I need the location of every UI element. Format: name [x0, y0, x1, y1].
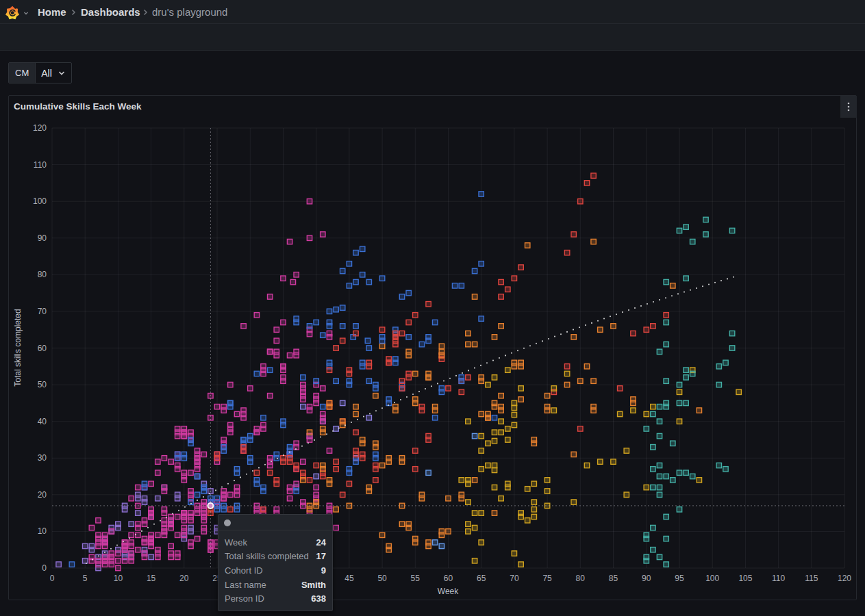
svg-text:70: 70: [38, 307, 47, 316]
svg-text:30: 30: [38, 453, 47, 463]
svg-text:90: 90: [38, 233, 47, 243]
svg-text:40: 40: [38, 417, 47, 426]
svg-text:50: 50: [377, 574, 387, 583]
svg-text:80: 80: [576, 574, 586, 583]
svg-text:75: 75: [542, 574, 552, 583]
svg-text:45: 45: [344, 574, 354, 583]
svg-text:120: 120: [33, 123, 47, 133]
svg-text:95: 95: [675, 574, 684, 583]
svg-text:110: 110: [772, 574, 785, 583]
svg-text:15: 15: [147, 574, 156, 583]
svg-text:115: 115: [805, 574, 818, 583]
svg-text:100: 100: [33, 196, 47, 206]
svg-text:10: 10: [114, 574, 123, 583]
svg-text:20: 20: [38, 490, 47, 500]
svg-text:110: 110: [34, 160, 47, 170]
svg-text:60: 60: [444, 574, 453, 583]
svg-text:80: 80: [38, 270, 47, 279]
svg-text:10: 10: [38, 526, 47, 536]
svg-text:5: 5: [83, 574, 88, 583]
svg-text:50: 50: [38, 380, 47, 389]
svg-text:20: 20: [179, 574, 189, 583]
svg-text:0: 0: [50, 574, 55, 583]
svg-text:65: 65: [477, 574, 486, 583]
svg-text:0: 0: [42, 563, 47, 573]
svg-text:85: 85: [609, 574, 618, 583]
svg-text:120: 120: [838, 574, 851, 583]
svg-text:100: 100: [705, 574, 719, 583]
svg-text:Total skills completed: Total skills completed: [13, 309, 23, 386]
svg-text:Week: Week: [438, 587, 459, 596]
svg-text:60: 60: [38, 344, 47, 353]
svg-text:55: 55: [411, 574, 421, 583]
svg-text:105: 105: [738, 574, 752, 583]
svg-text:70: 70: [510, 574, 519, 583]
svg-text:90: 90: [642, 574, 651, 583]
